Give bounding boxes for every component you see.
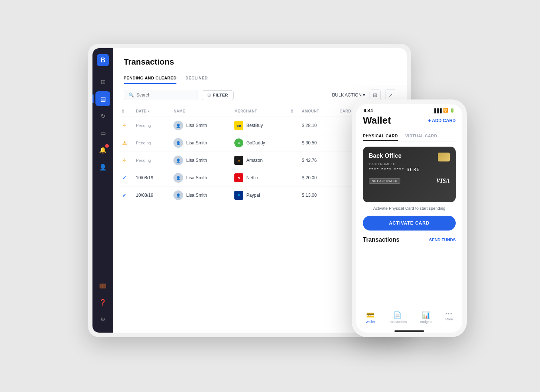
phone-inner: 9:41 ▐▐▐ 🛜 🔋 Wallet + ADD CARD PHYSICAL … bbox=[356, 104, 462, 333]
sidebar-item-briefcase[interactable]: 💼 bbox=[95, 278, 110, 293]
row2-date: Pending bbox=[136, 141, 151, 145]
wallet-header: Wallet + ADD CARD bbox=[363, 115, 456, 126]
row3-name: Lisa Smith bbox=[186, 158, 207, 163]
warning-icon: ⚠ bbox=[122, 122, 127, 128]
tab-bar: PENDING AND CLEARED DECLINED bbox=[113, 73, 407, 84]
search-box[interactable]: 🔍 bbox=[124, 90, 198, 100]
row1-amount: $ 28.10 bbox=[297, 117, 335, 134]
col-merchant-info-icon: ℹ bbox=[291, 109, 293, 113]
row5-date: 10/08/19 bbox=[136, 193, 153, 198]
phone-status-icons: ▐▐▐ 🛜 🔋 bbox=[433, 108, 455, 113]
row2-merchant-cell: G GoDaddy bbox=[234, 138, 282, 147]
sidebar-item-help[interactable]: ❓ bbox=[95, 295, 110, 310]
row4-avatar: 👤 bbox=[173, 173, 183, 183]
tab-pending-cleared[interactable]: PENDING AND CLEARED bbox=[124, 73, 176, 84]
phone-scroll: Wallet + ADD CARD PHYSICAL CARD VIRTUAL … bbox=[356, 115, 462, 307]
nav-wallet[interactable]: 💳 Wallet bbox=[366, 311, 375, 324]
col-info-icon: ℹ bbox=[122, 109, 124, 113]
sidebar-item-user[interactable]: 👤 bbox=[95, 160, 110, 174]
row2-merchant: GoDaddy bbox=[246, 140, 265, 146]
more-nav-icon: ••• bbox=[445, 311, 453, 317]
ok-icon: ✔ bbox=[122, 175, 127, 181]
tab-physical-card[interactable]: PHYSICAL CARD bbox=[363, 131, 398, 141]
row1-merchant: BestBuy bbox=[246, 123, 263, 128]
send-funds-button[interactable]: SEND FUNDS bbox=[429, 238, 456, 242]
row1-name: Lisa Smith bbox=[186, 123, 207, 128]
visa-logo: VISA bbox=[436, 177, 450, 184]
row3-merchant-cell: a Amazon bbox=[234, 156, 282, 165]
row3-date: Pending bbox=[136, 158, 151, 163]
phone: 9:41 ▐▐▐ 🛜 🔋 Wallet + ADD CARD PHYSICAL … bbox=[352, 99, 467, 337]
row2-merchant-icon: G bbox=[234, 138, 243, 147]
col-amount: AMOUNT bbox=[297, 106, 335, 117]
sidebar-item-dashboard[interactable]: ⊞ bbox=[95, 74, 110, 89]
budgets-nav-icon: 📊 bbox=[422, 311, 430, 319]
row4-date: 10/08/19 bbox=[136, 175, 153, 180]
scene: B ⊞ ▤ ↻ ▭ 🔔 👤 bbox=[66, 33, 474, 359]
filter-label: FILTER bbox=[213, 93, 228, 97]
row3-name-cell: 👤 Lisa Smith bbox=[173, 156, 225, 165]
row2-name: Lisa Smith bbox=[186, 140, 207, 146]
not-activated-badge: NOT ACTIVATED bbox=[369, 178, 400, 184]
ok-icon: ✔ bbox=[122, 192, 127, 198]
page-title: Transactions bbox=[124, 57, 396, 67]
more-nav-label: More bbox=[445, 317, 453, 321]
main-header: Transactions bbox=[113, 48, 407, 73]
row1-name-cell: 👤 Lisa Smith bbox=[173, 121, 225, 130]
add-card-button[interactable]: + ADD CARD bbox=[428, 118, 456, 123]
transactions-title: Transactions bbox=[363, 236, 400, 243]
wallet-title: Wallet bbox=[363, 115, 391, 126]
sidebar-item-card[interactable]: ▭ bbox=[95, 125, 110, 140]
row3-merchant-icon: a bbox=[234, 156, 243, 165]
wifi-icon: 🛜 bbox=[443, 108, 448, 113]
bulk-action-button[interactable]: BULK ACTION ▾ bbox=[332, 92, 365, 98]
briefcase-icon: 💼 bbox=[99, 282, 107, 289]
nav-transactions[interactable]: 📄 Transactions bbox=[388, 311, 407, 324]
card-chip bbox=[438, 153, 450, 161]
user-icon: 👤 bbox=[99, 164, 107, 171]
transactions-nav-label: Transactions bbox=[388, 320, 407, 324]
row1-date: Pending bbox=[136, 123, 151, 128]
row5-name-cell: 👤 Lisa Smith bbox=[173, 190, 225, 200]
export-icon: ↗ bbox=[388, 92, 393, 98]
nav-budgets[interactable]: 📊 Budgets bbox=[420, 311, 432, 324]
activate-card-button[interactable]: ACTIVATE CARD bbox=[363, 216, 456, 231]
home-indicator bbox=[394, 330, 424, 332]
tab-virtual-card[interactable]: VIRTUAL CARD bbox=[405, 131, 437, 141]
search-icon: 🔍 bbox=[129, 92, 134, 98]
transactions-nav-icon: 📄 bbox=[393, 311, 401, 319]
sidebar-item-transactions[interactable]: ▤ bbox=[95, 91, 110, 106]
filter-icon: ⊞ bbox=[207, 93, 211, 98]
row1-merchant-icon: BB bbox=[234, 121, 243, 130]
sidebar-item-bell[interactable]: 🔔 bbox=[95, 143, 110, 157]
row4-amount: $ 20.00 bbox=[297, 169, 335, 187]
sidebar-logo: B bbox=[97, 54, 109, 66]
tab-declined[interactable]: DECLINED bbox=[185, 73, 208, 84]
wallet-nav-label: Wallet bbox=[366, 320, 375, 324]
sidebar: B ⊞ ▤ ↻ ▭ 🔔 👤 bbox=[92, 48, 113, 333]
help-icon: ❓ bbox=[99, 299, 107, 306]
bell-icon: 🔔 bbox=[99, 147, 107, 154]
row4-merchant-icon: N bbox=[234, 173, 243, 182]
col-merchant: MERCHANT bbox=[230, 106, 287, 117]
card-icon: ▭ bbox=[100, 130, 106, 137]
col-date: DATE ▾ bbox=[131, 106, 169, 117]
grid-view-button[interactable]: ⊞ bbox=[370, 89, 381, 101]
phone-bottom-nav: 💳 Wallet 📄 Transactions 📊 Budgets ••• Mo… bbox=[356, 307, 462, 329]
filter-button[interactable]: ⊞ FILTER bbox=[202, 90, 234, 100]
sidebar-item-refresh[interactable]: ↻ bbox=[95, 108, 110, 123]
row4-merchant-cell: N Netflix bbox=[234, 173, 282, 182]
row5-merchant-cell: P Paypal bbox=[234, 191, 282, 200]
sidebar-item-settings[interactable]: ⚙ bbox=[95, 312, 110, 327]
phone-tabs: PHYSICAL CARD VIRTUAL CARD bbox=[363, 131, 456, 141]
nav-more[interactable]: ••• More bbox=[445, 311, 453, 324]
signal-icon: ▐▐▐ bbox=[433, 108, 442, 113]
col-name: NAME bbox=[169, 106, 230, 117]
row5-name: Lisa Smith bbox=[186, 193, 207, 198]
export-button[interactable]: ↗ bbox=[385, 89, 396, 101]
row4-name: Lisa Smith bbox=[186, 175, 207, 180]
warning-icon: ⚠ bbox=[122, 140, 127, 146]
card-number-label: CARD NUMBER bbox=[369, 162, 450, 166]
search-input[interactable] bbox=[136, 92, 193, 98]
notification-badge bbox=[105, 144, 109, 148]
